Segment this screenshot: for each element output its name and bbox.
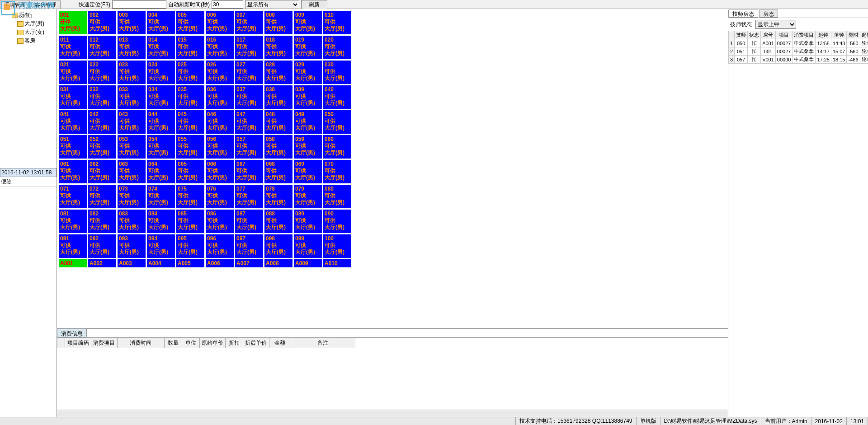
room-grid-container[interactable]: 001开单大厅(男)002可供大厅(男)003可供大厅(男)004可供大厅(男)…	[57, 9, 728, 328]
room-cell-044[interactable]: 044可供大厅(男)	[147, 110, 175, 134]
room-cell-042[interactable]: 042可供大厅(男)	[88, 110, 116, 134]
col-item[interactable]: 消费项目	[91, 338, 118, 348]
room-cell-028[interactable]: 028可供大厅(男)	[264, 61, 292, 84]
room-cell-083[interactable]: 083可供大厅(男)	[118, 210, 146, 233]
room-cell-069[interactable]: 069可供大厅(男)	[294, 160, 322, 183]
room-cell-077[interactable]: 077可供大厅(男)	[235, 185, 263, 208]
col-code[interactable]: 项目编码	[65, 338, 91, 348]
room-cell-007[interactable]: 007可供大厅(男)	[235, 11, 263, 34]
show-filter-select[interactable]: 显示所有	[245, 0, 299, 9]
room-cell-002[interactable]: 002可供大厅(男)	[88, 11, 116, 34]
room-cell-099[interactable]: 099可供大厅(男)	[294, 234, 322, 258]
col-afterprice[interactable]: 折后单价	[243, 338, 269, 348]
room-cell-080[interactable]: 080可供大厅(男)	[323, 185, 351, 208]
col-discount[interactable]: 折扣	[226, 338, 243, 348]
room-cell-085[interactable]: 085可供大厅(男)	[176, 210, 204, 233]
room-cell-019[interactable]: 019可供大厅(男)	[294, 36, 322, 59]
room-cell-030[interactable]: 030可供大厅(男)	[323, 61, 351, 84]
room-cell-081[interactable]: 081可供大厅(男)	[59, 210, 87, 233]
room-cell-064[interactable]: 064可供大厅(男)	[147, 160, 175, 183]
room-cell-055[interactable]: 055可供大厅(男)	[176, 135, 204, 159]
room-cell-005[interactable]: 005可供大厅(男)	[176, 11, 204, 34]
room-cell-A003[interactable]: A003	[118, 259, 146, 267]
room-cell-A007[interactable]: A007	[235, 259, 263, 267]
room-cell-059[interactable]: 059可供大厅(男)	[294, 135, 322, 159]
room-cell-087[interactable]: 087可供大厅(男)	[235, 210, 263, 233]
th-proj[interactable]: 项目	[775, 31, 793, 39]
room-cell-067[interactable]: 067可供大厅(男)	[235, 160, 263, 183]
room-cell-021[interactable]: 021可供大厅(男)	[59, 61, 87, 84]
room-cell-072[interactable]: 072可供大厅(男)	[88, 185, 116, 208]
tab-room-state[interactable]: 房态	[759, 9, 778, 18]
th-tech[interactable]: 技师	[735, 31, 748, 39]
room-cell-060[interactable]: 060可供大厅(男)	[323, 135, 351, 159]
room-cell-071[interactable]: 071可供大厅(男)	[59, 185, 87, 208]
room-cell-009[interactable]: 009可供大厅(男)	[294, 11, 322, 34]
room-cell-093[interactable]: 093可供大厅(男)	[118, 234, 146, 258]
room-cell-013[interactable]: 013可供大厅(男)	[118, 36, 146, 59]
tree-hall-male[interactable]: 大厅(男)	[1, 19, 56, 28]
tech-row[interactable]: 2051忙00100027中式桑拿14:1715:07-560轮单	[729, 47, 868, 56]
tech-status-select[interactable]: 显示上钟	[755, 20, 796, 29]
room-cell-037[interactable]: 037可供大厅(男)	[235, 85, 263, 109]
th-remain[interactable]: 剩时	[847, 31, 860, 39]
room-cell-098[interactable]: 098可供大厅(男)	[264, 234, 292, 258]
room-cell-094[interactable]: 094可供大厅(男)	[147, 234, 175, 258]
col-remark[interactable]: 备注	[291, 338, 355, 348]
room-cell-074[interactable]: 074可供大厅(男)	[147, 185, 175, 208]
tree-guest-room[interactable]: 客房	[1, 37, 56, 45]
room-cell-078[interactable]: 078可供大厅(男)	[264, 185, 292, 208]
th-status[interactable]: 状态	[748, 31, 761, 39]
room-cell-008[interactable]: 008可供大厅(男)	[264, 11, 292, 34]
room-cell-096[interactable]: 096可供大厅(男)	[206, 234, 234, 258]
col-unit[interactable]: 单位	[182, 338, 199, 348]
room-cell-033[interactable]: 033可供大厅(男)	[118, 85, 146, 109]
room-cell-A010[interactable]: A010	[323, 259, 351, 267]
room-cell-091[interactable]: 091可供大厅(男)	[59, 234, 87, 258]
tree-hall-female[interactable]: 大厅(女)	[1, 28, 56, 37]
room-cell-A001[interactable]: A001	[59, 259, 87, 267]
room-cell-026[interactable]: 026可供大厅(男)	[206, 61, 234, 84]
th-end[interactable]: 落钟	[831, 31, 847, 39]
room-cell-032[interactable]: 032可供大厅(男)	[88, 85, 116, 109]
room-cell-029[interactable]: 029可供大厅(男)	[294, 61, 322, 84]
room-cell-084[interactable]: 084可供大厅(男)	[147, 210, 175, 233]
room-cell-011[interactable]: 011可供大厅(男)	[59, 36, 87, 59]
room-cell-088[interactable]: 088可供大厅(男)	[264, 210, 292, 233]
consume-table-wrap[interactable]: 项目编码 消费项目 消费时间 数量 单位 原始单价 折扣 折后单价 金额 备注	[57, 337, 728, 410]
room-cell-052[interactable]: 052可供大厅(男)	[88, 135, 116, 159]
room-cell-018[interactable]: 018可供大厅(男)	[264, 36, 292, 59]
room-cell-045[interactable]: 045可供大厅(男)	[176, 110, 204, 134]
room-cell-097[interactable]: 097可供大厅(男)	[235, 234, 263, 258]
room-cell-A004[interactable]: A004	[147, 259, 175, 267]
room-cell-054[interactable]: 054可供大厅(男)	[147, 135, 175, 159]
room-cell-024[interactable]: 024可供大厅(男)	[147, 61, 175, 84]
room-cell-003[interactable]: 003可供大厅(男)	[118, 11, 146, 34]
tab-consume-info[interactable]: 消费信息	[57, 329, 87, 337]
room-cell-061[interactable]: 061可供大厅(男)	[59, 160, 87, 183]
room-cell-048[interactable]: 048可供大厅(男)	[264, 110, 292, 134]
room-cell-016[interactable]: 016可供大厅(男)	[206, 36, 234, 59]
th-consume[interactable]: 消费项目	[793, 31, 816, 39]
tab-handcard[interactable]: 手牌管理	[0, 0, 30, 9]
quick-locate-input[interactable]	[112, 0, 166, 9]
room-cell-031[interactable]: 031可供大厅(男)	[59, 85, 87, 109]
room-cell-075[interactable]: 075可供大厅(男)	[176, 185, 204, 208]
room-cell-038[interactable]: 038可供大厅(男)	[264, 85, 292, 109]
room-cell-076[interactable]: 076可供大厅(男)	[206, 185, 234, 208]
room-cell-A009[interactable]: A009	[294, 259, 322, 267]
col-amount[interactable]: 金额	[269, 338, 291, 348]
room-cell-046[interactable]: 046可供大厅(男)	[206, 110, 234, 134]
tab-tech-room[interactable]: 技师房态	[728, 9, 758, 18]
room-cell-068[interactable]: 068可供大厅(男)	[264, 160, 292, 183]
room-cell-027[interactable]: 027可供大厅(男)	[235, 61, 263, 84]
room-cell-A002[interactable]: A002	[88, 259, 116, 267]
auto-refresh-input[interactable]	[212, 0, 243, 9]
room-cell-057[interactable]: 057可供大厅(男)	[235, 135, 263, 159]
refresh-button[interactable]: 刷新	[301, 0, 327, 9]
room-cell-062[interactable]: 062可供大厅(男)	[88, 160, 116, 183]
room-cell-066[interactable]: 066可供大厅(男)	[206, 160, 234, 183]
room-cell-041[interactable]: 041可供大厅(男)	[59, 110, 87, 134]
room-cell-034[interactable]: 034可供大厅(男)	[147, 85, 175, 109]
horizontal-scrollbar[interactable]	[57, 410, 728, 417]
